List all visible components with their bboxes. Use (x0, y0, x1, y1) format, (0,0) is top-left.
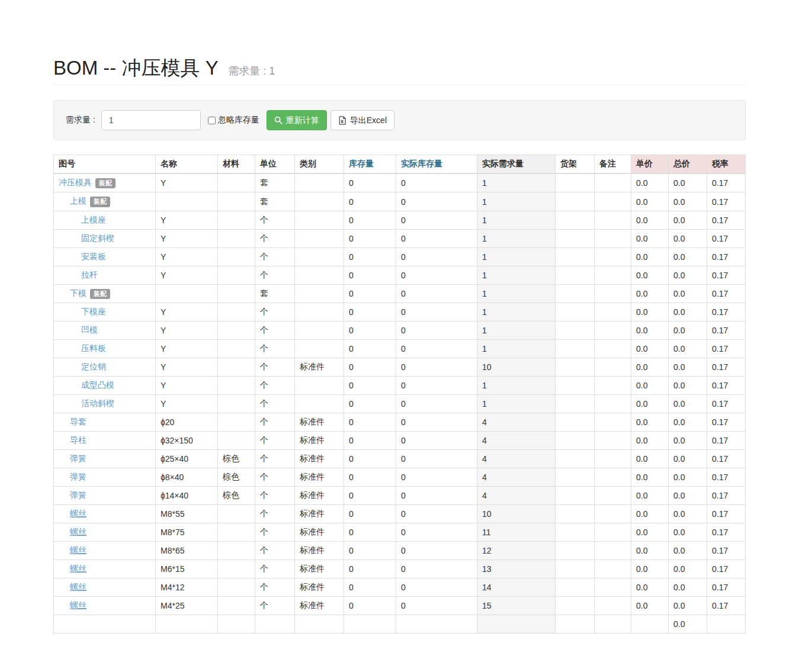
cell-actual_stock: 0 (396, 266, 477, 284)
cell-material: 棕色 (218, 449, 255, 468)
cell-actual_stock: 0 (396, 523, 477, 541)
quantity-label: 需求量 : (66, 115, 95, 126)
cell-tax: 0.17 (707, 339, 746, 358)
part-link[interactable]: 螺丝 (70, 527, 86, 536)
column-header-8: 实际需求量 (477, 155, 556, 174)
cell-price: 0.0 (631, 431, 669, 449)
cell-part: 下模座 (54, 303, 156, 321)
cell-name (156, 615, 218, 633)
page-subtitle: 需求量 : 1 (228, 65, 275, 77)
table-row: 上模装配套0010.00.00.17 (54, 192, 746, 211)
part-link[interactable]: 凹模 (81, 325, 98, 335)
cell-remark (595, 468, 631, 486)
part-link[interactable]: 螺丝 (70, 600, 86, 610)
cell-remark (595, 615, 631, 633)
cell-stock: 0 (344, 541, 396, 560)
part-link[interactable]: 螺丝 (70, 564, 86, 573)
part-link[interactable]: 冲压模具 (59, 178, 92, 187)
part-link[interactable]: 弹簧 (70, 490, 86, 500)
part-link[interactable]: 导套 (70, 417, 86, 426)
column-header-9: 货架 (556, 155, 595, 174)
cell-part: 螺丝 (54, 504, 156, 523)
part-link[interactable]: 压料板 (81, 343, 106, 353)
part-link[interactable]: 固定斜楔 (81, 233, 114, 243)
cell-total: 0.0 (669, 247, 707, 266)
column-header-1: 图号 (54, 155, 156, 174)
cell-tax: 0.17 (707, 431, 746, 449)
part-link[interactable]: 拉杆 (81, 270, 98, 279)
part-link[interactable]: 成型凸模 (81, 380, 114, 390)
column-header-7[interactable]: 实际库存量 (396, 155, 477, 174)
cell-demand: 10 (477, 358, 556, 376)
assembly-badge: 装配 (95, 178, 115, 188)
part-link[interactable]: 螺丝 (70, 582, 86, 591)
cell-part: 导柱 (54, 431, 156, 449)
table-row: 冲压模具装配Y套0010.00.00.17 (54, 173, 746, 192)
cell-total: 0.0 (669, 431, 707, 449)
part-link[interactable]: 定位销 (81, 362, 106, 371)
recalculate-button[interactable]: 重新计算 (267, 110, 327, 130)
cell-demand: 1 (477, 376, 556, 394)
part-link[interactable]: 上模 (70, 196, 86, 205)
cell-tax: 0.17 (707, 376, 746, 394)
cell-remark (595, 449, 631, 468)
cell-material (218, 578, 255, 596)
cell-tax: 0.17 (707, 413, 746, 431)
quantity-input[interactable] (101, 110, 201, 130)
cell-material (218, 339, 255, 358)
cell-price: 0.0 (631, 247, 669, 266)
cell-part: 下模装配 (54, 284, 156, 303)
part-link[interactable]: 导柱 (70, 435, 86, 445)
cell-name: M4*25 (156, 596, 218, 615)
cell-remark (595, 339, 631, 358)
cell-price: 0.0 (631, 394, 669, 413)
part-link[interactable]: 弹簧 (70, 454, 86, 463)
cell-tax: 0.17 (707, 468, 746, 486)
cell-shelf (556, 578, 595, 596)
cell-total: 0.0 (669, 211, 707, 229)
bom-table-head: 图号名称材料单位类别库存量实际库存量实际需求量货架备注单价总价税率 (54, 155, 746, 174)
cell-demand: 15 (477, 596, 556, 615)
cell-material (218, 596, 255, 615)
cell-tax: 0.17 (707, 596, 746, 615)
part-link[interactable]: 下模 (70, 288, 86, 298)
cell-demand: 13 (477, 560, 556, 578)
export-excel-button[interactable]: 导出Excel (330, 110, 394, 130)
cell-unit: 个 (255, 339, 295, 358)
cell-total: 0.0 (669, 615, 707, 633)
cell-stock: 0 (344, 394, 396, 413)
cell-actual_stock: 0 (396, 247, 477, 266)
cell-material: 棕色 (218, 486, 255, 504)
cell-demand: 4 (477, 486, 556, 504)
cell-demand (477, 615, 556, 633)
cell-total: 0.0 (669, 541, 707, 560)
part-link[interactable]: 螺丝 (70, 545, 86, 555)
part-link[interactable]: 活动斜楔 (81, 398, 114, 408)
part-link[interactable]: 螺丝 (70, 509, 86, 518)
cell-material (218, 504, 255, 523)
cell-material (218, 431, 255, 449)
column-header-6[interactable]: 库存量 (344, 155, 396, 174)
part-link[interactable]: 安装板 (81, 252, 106, 261)
cell-price: 0.0 (631, 578, 669, 596)
cell-part: 冲压模具装配 (54, 173, 156, 192)
cell-unit: 个 (255, 596, 295, 615)
cell-part: 定位销 (54, 358, 156, 376)
cell-total: 0.0 (669, 339, 707, 358)
cell-category (295, 339, 344, 358)
cell-part: 凹模 (54, 321, 156, 339)
cell-material (218, 211, 255, 229)
cell-part: 螺丝 (54, 560, 156, 578)
part-link[interactable]: 弹簧 (70, 472, 86, 481)
ignore-stock-checkbox[interactable] (208, 117, 216, 124)
ignore-stock-option[interactable]: 忽略库存量 (208, 115, 259, 126)
part-link[interactable]: 上模座 (81, 215, 106, 224)
cell-unit: 个 (255, 523, 295, 541)
cell-remark (595, 504, 631, 523)
cell-stock: 0 (344, 284, 396, 303)
cell-remark (595, 247, 631, 266)
cell-unit: 个 (255, 303, 295, 321)
part-link[interactable]: 下模座 (81, 307, 106, 316)
assembly-badge: 装配 (90, 289, 110, 299)
cell-category (295, 192, 344, 211)
